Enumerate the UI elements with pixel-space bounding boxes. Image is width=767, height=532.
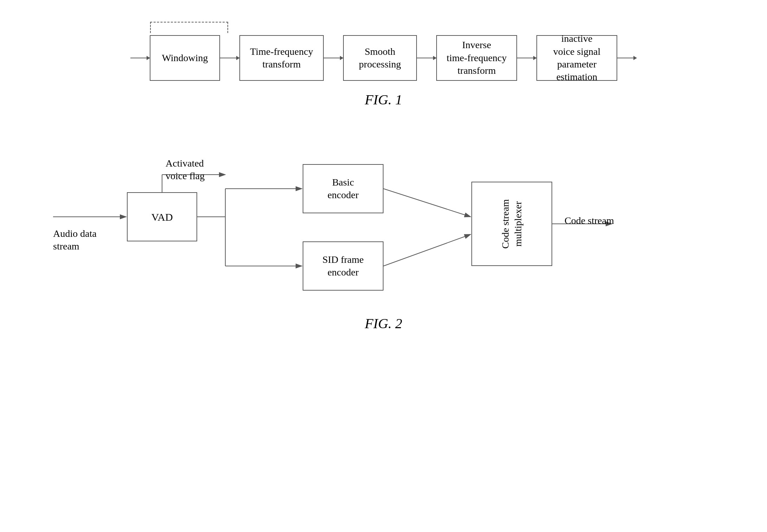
feedback-bracket (150, 22, 228, 33)
vad-box: VAD (127, 192, 197, 241)
arrow-4 (517, 58, 536, 58)
arrow-3 (417, 58, 436, 58)
basic-encoder-box: Basic encoder (303, 164, 384, 213)
smooth-processing-box: Smooth processing (343, 35, 417, 81)
code-stream-label: Code stream (565, 215, 614, 226)
arrow-1 (220, 58, 239, 58)
fig1-output-arrow (617, 58, 637, 58)
fig2-container: Audio data stream Activated voice flag V… (28, 136, 739, 332)
audio-data-label: Audio data stream (53, 227, 97, 253)
windowing-box: Windowing (150, 35, 220, 81)
arrow-2 (324, 58, 343, 58)
fig1-container: Windowing Time-frequency transform Smoot… (28, 35, 739, 108)
time-freq-box: Time-frequency transform (239, 35, 324, 81)
page: Windowing Time-frequency transform Smoot… (0, 0, 767, 532)
fig1-label: FIG. 1 (365, 91, 402, 108)
fig1-diagram: Windowing Time-frequency transform Smoot… (130, 35, 637, 81)
code-stream-mux-box: Code stream multiplexer (471, 182, 552, 266)
sid-to-mux (384, 234, 471, 266)
fig2-diagram: Audio data stream Activated voice flag V… (50, 136, 717, 305)
activated-flag-label: Activated voice flag (166, 157, 205, 183)
inverse-tf-box: Inverse time-frequency transform (436, 35, 517, 81)
basic-to-mux (384, 189, 471, 217)
sid-encoder-box: SID frame encoder (303, 241, 384, 291)
fig1-input-arrow (130, 58, 150, 58)
inactive-voice-box: inactive voice signal parameter estimati… (536, 35, 617, 81)
fig2-label: FIG. 2 (365, 315, 402, 332)
